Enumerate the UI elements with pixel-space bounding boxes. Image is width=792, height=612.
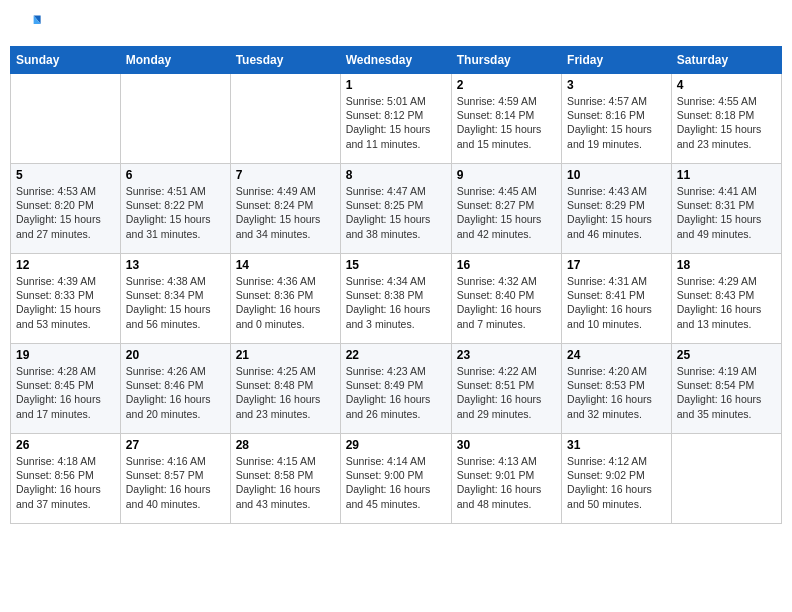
day-number: 27	[126, 438, 225, 452]
day-number: 3	[567, 78, 666, 92]
day-number: 26	[16, 438, 115, 452]
day-number: 10	[567, 168, 666, 182]
day-info: Sunrise: 4:32 AMSunset: 8:40 PMDaylight:…	[457, 274, 556, 331]
calendar-cell	[230, 74, 340, 164]
calendar-week-2: 5Sunrise: 4:53 AMSunset: 8:20 PMDaylight…	[11, 164, 782, 254]
day-info: Sunrise: 4:26 AMSunset: 8:46 PMDaylight:…	[126, 364, 225, 421]
calendar-week-5: 26Sunrise: 4:18 AMSunset: 8:56 PMDayligh…	[11, 434, 782, 524]
calendar-cell: 25Sunrise: 4:19 AMSunset: 8:54 PMDayligh…	[671, 344, 781, 434]
calendar-week-4: 19Sunrise: 4:28 AMSunset: 8:45 PMDayligh…	[11, 344, 782, 434]
day-info: Sunrise: 4:15 AMSunset: 8:58 PMDaylight:…	[236, 454, 335, 511]
calendar-cell: 26Sunrise: 4:18 AMSunset: 8:56 PMDayligh…	[11, 434, 121, 524]
logo	[14, 10, 44, 38]
calendar-cell: 21Sunrise: 4:25 AMSunset: 8:48 PMDayligh…	[230, 344, 340, 434]
calendar-cell	[671, 434, 781, 524]
calendar-cell: 2Sunrise: 4:59 AMSunset: 8:14 PMDaylight…	[451, 74, 561, 164]
day-number: 12	[16, 258, 115, 272]
weekday-header-row: SundayMondayTuesdayWednesdayThursdayFrid…	[11, 47, 782, 74]
calendar-cell: 31Sunrise: 4:12 AMSunset: 9:02 PMDayligh…	[562, 434, 672, 524]
day-info: Sunrise: 4:57 AMSunset: 8:16 PMDaylight:…	[567, 94, 666, 151]
calendar-cell: 29Sunrise: 4:14 AMSunset: 9:00 PMDayligh…	[340, 434, 451, 524]
calendar-cell: 11Sunrise: 4:41 AMSunset: 8:31 PMDayligh…	[671, 164, 781, 254]
day-number: 21	[236, 348, 335, 362]
day-number: 14	[236, 258, 335, 272]
day-info: Sunrise: 4:29 AMSunset: 8:43 PMDaylight:…	[677, 274, 776, 331]
day-number: 1	[346, 78, 446, 92]
calendar-cell	[11, 74, 121, 164]
calendar-cell: 19Sunrise: 4:28 AMSunset: 8:45 PMDayligh…	[11, 344, 121, 434]
calendar-cell: 28Sunrise: 4:15 AMSunset: 8:58 PMDayligh…	[230, 434, 340, 524]
calendar-cell: 1Sunrise: 5:01 AMSunset: 8:12 PMDaylight…	[340, 74, 451, 164]
day-info: Sunrise: 4:38 AMSunset: 8:34 PMDaylight:…	[126, 274, 225, 331]
day-info: Sunrise: 4:22 AMSunset: 8:51 PMDaylight:…	[457, 364, 556, 421]
day-number: 30	[457, 438, 556, 452]
day-info: Sunrise: 4:20 AMSunset: 8:53 PMDaylight:…	[567, 364, 666, 421]
day-info: Sunrise: 4:51 AMSunset: 8:22 PMDaylight:…	[126, 184, 225, 241]
calendar-cell: 24Sunrise: 4:20 AMSunset: 8:53 PMDayligh…	[562, 344, 672, 434]
calendar-cell: 22Sunrise: 4:23 AMSunset: 8:49 PMDayligh…	[340, 344, 451, 434]
day-info: Sunrise: 4:36 AMSunset: 8:36 PMDaylight:…	[236, 274, 335, 331]
day-number: 5	[16, 168, 115, 182]
calendar-cell: 13Sunrise: 4:38 AMSunset: 8:34 PMDayligh…	[120, 254, 230, 344]
day-info: Sunrise: 4:41 AMSunset: 8:31 PMDaylight:…	[677, 184, 776, 241]
calendar-week-3: 12Sunrise: 4:39 AMSunset: 8:33 PMDayligh…	[11, 254, 782, 344]
day-info: Sunrise: 4:28 AMSunset: 8:45 PMDaylight:…	[16, 364, 115, 421]
calendar-cell: 17Sunrise: 4:31 AMSunset: 8:41 PMDayligh…	[562, 254, 672, 344]
weekday-header-wednesday: Wednesday	[340, 47, 451, 74]
calendar-cell: 14Sunrise: 4:36 AMSunset: 8:36 PMDayligh…	[230, 254, 340, 344]
day-info: Sunrise: 4:19 AMSunset: 8:54 PMDaylight:…	[677, 364, 776, 421]
day-info: Sunrise: 4:23 AMSunset: 8:49 PMDaylight:…	[346, 364, 446, 421]
day-info: Sunrise: 4:43 AMSunset: 8:29 PMDaylight:…	[567, 184, 666, 241]
day-info: Sunrise: 4:53 AMSunset: 8:20 PMDaylight:…	[16, 184, 115, 241]
day-number: 22	[346, 348, 446, 362]
calendar-table: SundayMondayTuesdayWednesdayThursdayFrid…	[10, 46, 782, 524]
day-number: 25	[677, 348, 776, 362]
weekday-header-friday: Friday	[562, 47, 672, 74]
day-number: 23	[457, 348, 556, 362]
calendar-cell: 10Sunrise: 4:43 AMSunset: 8:29 PMDayligh…	[562, 164, 672, 254]
calendar-cell: 4Sunrise: 4:55 AMSunset: 8:18 PMDaylight…	[671, 74, 781, 164]
calendar-cell: 7Sunrise: 4:49 AMSunset: 8:24 PMDaylight…	[230, 164, 340, 254]
day-info: Sunrise: 4:31 AMSunset: 8:41 PMDaylight:…	[567, 274, 666, 331]
day-number: 9	[457, 168, 556, 182]
calendar-cell: 23Sunrise: 4:22 AMSunset: 8:51 PMDayligh…	[451, 344, 561, 434]
calendar-cell: 20Sunrise: 4:26 AMSunset: 8:46 PMDayligh…	[120, 344, 230, 434]
day-number: 24	[567, 348, 666, 362]
day-info: Sunrise: 4:59 AMSunset: 8:14 PMDaylight:…	[457, 94, 556, 151]
calendar-cell: 8Sunrise: 4:47 AMSunset: 8:25 PMDaylight…	[340, 164, 451, 254]
day-number: 11	[677, 168, 776, 182]
day-number: 16	[457, 258, 556, 272]
weekday-header-tuesday: Tuesday	[230, 47, 340, 74]
day-number: 15	[346, 258, 446, 272]
day-info: Sunrise: 4:14 AMSunset: 9:00 PMDaylight:…	[346, 454, 446, 511]
day-number: 7	[236, 168, 335, 182]
day-number: 13	[126, 258, 225, 272]
calendar-cell: 16Sunrise: 4:32 AMSunset: 8:40 PMDayligh…	[451, 254, 561, 344]
weekday-header-saturday: Saturday	[671, 47, 781, 74]
day-number: 2	[457, 78, 556, 92]
day-info: Sunrise: 4:39 AMSunset: 8:33 PMDaylight:…	[16, 274, 115, 331]
calendar-cell: 18Sunrise: 4:29 AMSunset: 8:43 PMDayligh…	[671, 254, 781, 344]
day-number: 4	[677, 78, 776, 92]
day-number: 29	[346, 438, 446, 452]
day-info: Sunrise: 4:34 AMSunset: 8:38 PMDaylight:…	[346, 274, 446, 331]
calendar-cell: 3Sunrise: 4:57 AMSunset: 8:16 PMDaylight…	[562, 74, 672, 164]
day-info: Sunrise: 4:45 AMSunset: 8:27 PMDaylight:…	[457, 184, 556, 241]
calendar-cell	[120, 74, 230, 164]
day-number: 20	[126, 348, 225, 362]
calendar-cell: 27Sunrise: 4:16 AMSunset: 8:57 PMDayligh…	[120, 434, 230, 524]
day-info: Sunrise: 4:47 AMSunset: 8:25 PMDaylight:…	[346, 184, 446, 241]
calendar-week-1: 1Sunrise: 5:01 AMSunset: 8:12 PMDaylight…	[11, 74, 782, 164]
day-number: 17	[567, 258, 666, 272]
day-number: 18	[677, 258, 776, 272]
weekday-header-thursday: Thursday	[451, 47, 561, 74]
day-number: 19	[16, 348, 115, 362]
calendar-cell: 5Sunrise: 4:53 AMSunset: 8:20 PMDaylight…	[11, 164, 121, 254]
page-header	[10, 10, 782, 38]
calendar-cell: 15Sunrise: 4:34 AMSunset: 8:38 PMDayligh…	[340, 254, 451, 344]
weekday-header-monday: Monday	[120, 47, 230, 74]
calendar-cell: 12Sunrise: 4:39 AMSunset: 8:33 PMDayligh…	[11, 254, 121, 344]
logo-icon	[14, 10, 42, 38]
day-info: Sunrise: 4:55 AMSunset: 8:18 PMDaylight:…	[677, 94, 776, 151]
day-info: Sunrise: 5:01 AMSunset: 8:12 PMDaylight:…	[346, 94, 446, 151]
